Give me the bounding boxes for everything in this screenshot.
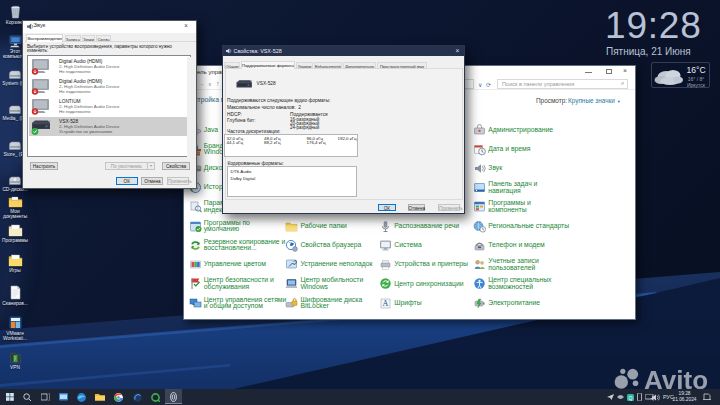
svg-text:A: A: [383, 299, 389, 308]
svg-text:Avito: Avito: [644, 365, 708, 391]
svg-text:Q: Q: [629, 394, 633, 400]
